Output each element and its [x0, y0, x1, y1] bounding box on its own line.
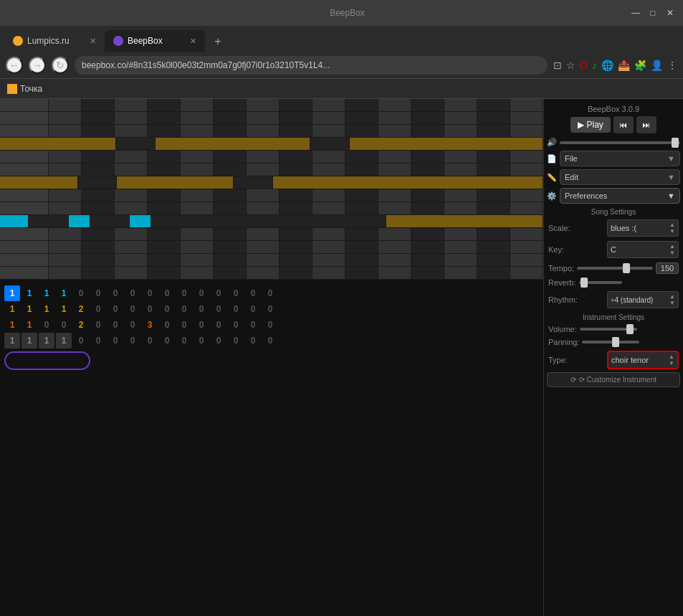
pattern-cell-2-7[interactable]: 0: [125, 301, 140, 317]
menu-icon[interactable]: ⋮: [667, 60, 677, 71]
pattern-cell-2-2[interactable]: 1: [39, 301, 54, 317]
master-volume-slider[interactable]: [560, 141, 680, 144]
prev-button[interactable]: ⏮: [613, 116, 634, 133]
pattern-cell-4-8[interactable]: 0: [142, 333, 158, 349]
pattern-cell-4-6[interactable]: 0: [108, 333, 123, 349]
tab-beepbox[interactable]: BeepBox ✕: [105, 30, 205, 52]
pattern-cell-1-1[interactable]: 1: [22, 285, 37, 301]
pattern-cell-2-15[interactable]: 0: [262, 301, 278, 317]
key-spinner[interactable]: ▲▼: [669, 243, 675, 256]
pattern-cell-4-9[interactable]: 0: [159, 333, 175, 349]
inst-volume-slider[interactable]: [580, 328, 637, 331]
pattern-cell-4-5[interactable]: 0: [90, 333, 106, 349]
preferences-button[interactable]: Preferences ▼: [560, 188, 680, 204]
pattern-cell-1-11[interactable]: 0: [194, 285, 209, 301]
pattern-cell-1-5[interactable]: 0: [90, 285, 106, 301]
pattern-cell-3-12[interactable]: 0: [211, 317, 226, 333]
pattern-cell-1-0[interactable]: 1: [4, 285, 20, 301]
pattern-cell-2-10[interactable]: 0: [176, 301, 192, 317]
pattern-cell-3-3[interactable]: 0: [56, 317, 72, 333]
pattern-cell-2-1[interactable]: 1: [22, 301, 37, 317]
pattern-cell-2-5[interactable]: 0: [90, 301, 106, 317]
type-control[interactable]: choir tenor ▲▼: [607, 351, 679, 369]
pattern-cell-3-5[interactable]: 0: [90, 317, 106, 333]
pattern-cell-1-3[interactable]: 1: [56, 285, 72, 301]
pattern-cell-1-10[interactable]: 0: [176, 285, 192, 301]
tab-beepbox-close[interactable]: ✕: [190, 37, 196, 46]
scale-control[interactable]: blues :( ▲▼: [607, 219, 679, 237]
pattern-cell-3-11[interactable]: 0: [194, 317, 209, 333]
minimize-button[interactable]: —: [630, 7, 641, 19]
reverb-slider[interactable]: [579, 281, 622, 284]
pattern-cell-4-4[interactable]: 0: [73, 333, 89, 349]
tab-lumpics-close[interactable]: ✕: [90, 37, 96, 46]
pattern-cell-1-2[interactable]: 1: [39, 285, 54, 301]
pattern-cell-4-1[interactable]: 1: [22, 333, 37, 349]
bookmark-tochka[interactable]: Точка: [7, 84, 42, 94]
play-button[interactable]: ▶ Play: [570, 117, 611, 133]
tempo-slider[interactable]: [577, 267, 653, 270]
maximize-button[interactable]: □: [647, 7, 659, 19]
pattern-cell-4-13[interactable]: 0: [228, 333, 244, 349]
pattern-cell-1-13[interactable]: 0: [228, 285, 244, 301]
scale-spinner[interactable]: ▲▼: [669, 222, 675, 234]
rhythm-control[interactable]: ÷4 (standard) ▲▼: [607, 291, 679, 308]
pattern-cell-2-6[interactable]: 0: [108, 301, 123, 317]
reload-button[interactable]: ↻: [52, 57, 69, 74]
pattern-cell-2-8[interactable]: 0: [142, 301, 158, 317]
pattern-cell-1-12[interactable]: 0: [211, 285, 226, 301]
pattern-cell-1-15[interactable]: 0: [262, 285, 278, 301]
add-pattern-button[interactable]: [4, 351, 90, 370]
tab-add-button[interactable]: +: [208, 32, 228, 52]
pattern-cell-4-15[interactable]: 0: [262, 333, 278, 349]
pattern-cell-4-2[interactable]: 1: [39, 333, 54, 349]
edit-button[interactable]: Edit ▼: [560, 169, 680, 185]
pattern-cell-4-10[interactable]: 0: [176, 333, 192, 349]
address-input[interactable]: [75, 56, 548, 75]
close-button[interactable]: ✕: [664, 7, 676, 19]
pattern-cell-1-14[interactable]: 0: [245, 285, 261, 301]
bookmark-star-icon[interactable]: ☆: [566, 60, 575, 71]
pattern-cell-1-6[interactable]: 0: [108, 285, 123, 301]
pattern-cell-4-7[interactable]: 0: [125, 333, 140, 349]
type-spinner[interactable]: ▲▼: [669, 354, 674, 366]
pattern-cell-1-8[interactable]: 0: [142, 285, 158, 301]
pattern-cell-3-7[interactable]: 0: [125, 317, 140, 333]
pattern-cell-2-4[interactable]: 2: [73, 301, 89, 317]
pattern-cell-2-9[interactable]: 0: [159, 301, 175, 317]
pattern-cell-2-3[interactable]: 1: [56, 301, 72, 317]
pattern-cell-4-11[interactable]: 0: [194, 333, 209, 349]
pattern-cell-2-14[interactable]: 0: [245, 301, 261, 317]
pattern-cell-3-10[interactable]: 0: [176, 317, 192, 333]
panning-slider[interactable]: [582, 341, 639, 343]
rhythm-spinner[interactable]: ▲▼: [669, 293, 675, 306]
key-control[interactable]: C ▲▼: [607, 241, 679, 258]
pattern-cell-3-14[interactable]: 0: [245, 317, 261, 333]
pattern-cell-3-6[interactable]: 0: [108, 317, 123, 333]
pattern-cell-2-12[interactable]: 0: [211, 301, 226, 317]
pattern-cell-3-13[interactable]: 0: [228, 317, 244, 333]
tab-lumpics[interactable]: Lumpics.ru ✕: [4, 30, 105, 52]
pattern-cell-4-0[interactable]: 1: [4, 333, 20, 349]
customize-instrument-button[interactable]: ⟳ ⟳ Customize Instrument: [547, 372, 680, 387]
pattern-cell-3-2[interactable]: 0: [39, 317, 54, 333]
pattern-cell-3-8[interactable]: 3: [142, 317, 158, 333]
pattern-cell-3-0[interactable]: 1: [4, 317, 20, 333]
pattern-cell-1-4[interactable]: 0: [73, 285, 89, 301]
pattern-cell-2-11[interactable]: 0: [194, 301, 209, 317]
pattern-cell-2-13[interactable]: 0: [228, 301, 244, 317]
pattern-cell-4-3[interactable]: 1: [56, 333, 72, 349]
file-button[interactable]: File ▼: [560, 151, 680, 166]
pattern-cell-3-4[interactable]: 2: [73, 317, 89, 333]
next-button[interactable]: ⏭: [636, 116, 656, 133]
pattern-cell-1-9[interactable]: 0: [159, 285, 175, 301]
pattern-cell-4-14[interactable]: 0: [245, 333, 261, 349]
pattern-cell-3-15[interactable]: 0: [262, 317, 278, 333]
tempo-value[interactable]: 150: [656, 262, 679, 274]
pattern-cell-4-12[interactable]: 0: [211, 333, 226, 349]
forward-button[interactable]: →: [29, 57, 46, 74]
pattern-cell-3-1[interactable]: 1: [22, 317, 37, 333]
back-button[interactable]: ←: [6, 57, 23, 74]
pattern-cell-2-0[interactable]: 1: [4, 301, 20, 317]
pattern-cell-1-7[interactable]: 0: [125, 285, 140, 301]
